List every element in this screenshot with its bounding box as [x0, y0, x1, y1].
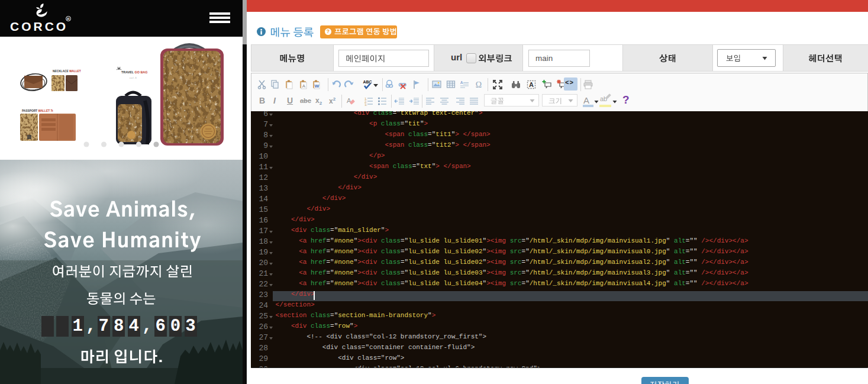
svg-text:3.: 3. [364, 103, 367, 107]
svg-text:NECKLACE WALLET: NECKLACE WALLET [53, 70, 81, 73]
svg-text:A: A [460, 80, 463, 84]
svg-text:PASSPORT WALLET 7t: PASSPORT WALLET 7t [22, 109, 53, 112]
svg-text:A: A [529, 81, 534, 88]
svg-text:W: W [315, 83, 320, 88]
svg-text:Ω: Ω [475, 80, 481, 89]
svg-text:ABC: ABC [363, 80, 372, 84]
svg-text:A: A [302, 83, 305, 88]
svg-text:v o l . 3: v o l . 3 [130, 77, 137, 79]
svg-text:TRAVEL GO BAG: TRAVEL GO BAG [121, 70, 147, 74]
